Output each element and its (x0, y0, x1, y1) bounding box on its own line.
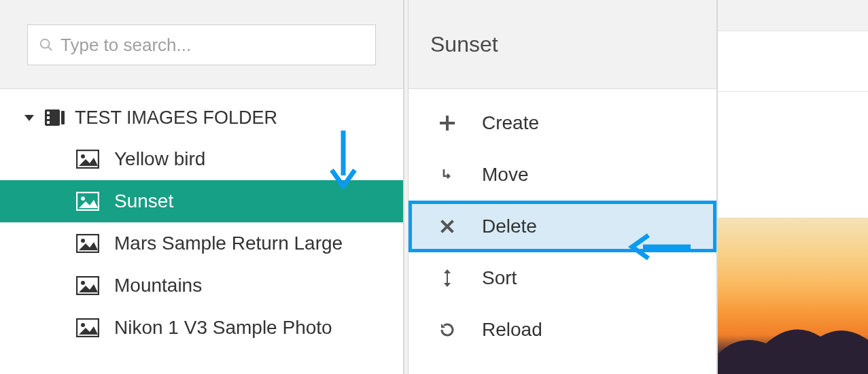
preview-toolbar (718, 31, 868, 92)
file-label: Mountains (114, 275, 202, 296)
caret-down-icon (24, 115, 34, 121)
preview-image (718, 218, 868, 374)
file-row[interactable]: Mars Sample Return Large (0, 222, 403, 265)
sort-icon (436, 269, 459, 287)
menu-item-reload[interactable]: Reload (409, 304, 716, 356)
file-label: Mars Sample Return Large (114, 233, 343, 254)
menu-item-create[interactable]: Create (409, 97, 716, 149)
menu-label: Reload (482, 319, 542, 341)
file-label: Yellow bird (114, 148, 205, 170)
file-label: Nikon 1 V3 Sample Photo (114, 317, 332, 339)
image-icon (76, 234, 99, 253)
mountain-silhouette-icon (718, 292, 868, 374)
reload-icon (436, 322, 459, 338)
preview-header (718, 0, 868, 89)
file-row[interactable]: Nikon 1 V3 Sample Photo (0, 307, 403, 349)
image-icon (76, 150, 99, 169)
menu-label: Create (482, 112, 539, 134)
menu-label: Delete (482, 216, 537, 237)
menu-item-sort[interactable]: Sort (409, 252, 716, 304)
svg-rect-5 (47, 121, 50, 124)
svg-rect-6 (61, 111, 65, 124)
image-icon (76, 318, 99, 337)
context-menu: Create Move Delete S (409, 89, 716, 356)
context-title-text: Sunset (430, 32, 498, 57)
context-panel: Sunset Create Move (409, 0, 718, 374)
svg-point-14 (81, 281, 85, 285)
file-row[interactable]: Yellow bird (0, 138, 403, 180)
menu-label: Sort (482, 267, 517, 289)
svg-rect-3 (47, 112, 50, 114)
move-icon (436, 167, 459, 182)
file-row[interactable]: Mountains (0, 265, 403, 307)
svg-rect-17 (447, 273, 448, 284)
search-area (0, 0, 403, 89)
file-row-selected[interactable]: Sunset (0, 180, 403, 222)
folder-row[interactable]: TEST IMAGES FOLDER (0, 97, 403, 138)
film-roll-icon (44, 108, 65, 127)
svg-point-16 (81, 323, 85, 327)
svg-line-1 (48, 47, 52, 50)
menu-item-delete[interactable]: Delete (409, 201, 716, 252)
folder-label: TEST IMAGES FOLDER (75, 107, 277, 129)
svg-point-0 (41, 39, 50, 48)
menu-item-move[interactable]: Move (409, 149, 716, 201)
svg-point-8 (81, 154, 85, 158)
x-icon (436, 220, 459, 233)
svg-rect-4 (47, 116, 50, 119)
search-icon (39, 37, 54, 52)
file-label: Sunset (114, 190, 173, 212)
menu-label: Move (482, 164, 528, 186)
svg-point-12 (81, 239, 85, 243)
preview-panel (718, 0, 868, 374)
svg-point-10 (81, 197, 85, 201)
context-title: Sunset (409, 0, 716, 89)
image-icon (76, 192, 99, 211)
plus-icon (436, 116, 459, 131)
search-input[interactable] (60, 35, 364, 56)
image-icon (76, 276, 99, 295)
search-box[interactable] (27, 24, 376, 65)
sidebar: TEST IMAGES FOLDER Yellow bird Sunset (0, 0, 404, 374)
folder-tree: TEST IMAGES FOLDER Yellow bird Sunset (0, 89, 403, 349)
